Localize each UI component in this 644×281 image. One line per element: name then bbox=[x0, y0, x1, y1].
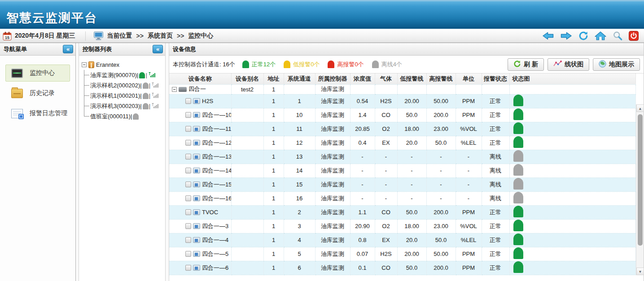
sidebar-menu: 监控中心 历史记录 报警日志管理 bbox=[0, 56, 75, 122]
cell-alias bbox=[231, 191, 263, 205]
scroll-up-button[interactable]: ▲ bbox=[636, 104, 644, 112]
column-header[interactable]: 气体 bbox=[375, 73, 397, 84]
row-checkbox[interactable] bbox=[185, 126, 191, 132]
tree-expander-icon[interactable] bbox=[82, 62, 87, 67]
sidebar-collapse-button[interactable]: « bbox=[63, 45, 73, 53]
tree-node-controller[interactable]: 演示样机2(000202)| | bbox=[82, 80, 164, 91]
map-view-button[interactable]: 地图展示 bbox=[593, 58, 640, 71]
breadcrumb-home[interactable]: 系统首页 bbox=[148, 32, 173, 40]
column-header[interactable]: 低报警线 bbox=[397, 73, 426, 84]
column-header[interactable]: 设备名称 bbox=[169, 73, 231, 84]
cell-alias bbox=[231, 205, 263, 219]
column-header[interactable]: 系统通道 bbox=[284, 73, 315, 84]
forward-button[interactable] bbox=[560, 31, 572, 41]
device-row[interactable]: 四合一—14 114油库监测-----离线 bbox=[169, 164, 636, 177]
row-checkbox[interactable] bbox=[185, 140, 191, 146]
home-button[interactable] bbox=[595, 31, 606, 41]
device-row[interactable]: 四合一—11 111油库监测20.85O218.0023.00%VOL正常 bbox=[169, 122, 636, 136]
line-chart-button[interactable]: 线状图 bbox=[548, 58, 589, 71]
row-checkbox[interactable] bbox=[185, 265, 191, 271]
tree-node-label: 演示样机2(000202)| bbox=[90, 82, 142, 90]
cell-alias bbox=[231, 94, 263, 108]
vertical-scrollbar[interactable]: ▲ ▼ bbox=[636, 104, 644, 275]
device-row[interactable]: 四合一—6 16油库监测0.1CO50.0200.0PPM正常 bbox=[169, 261, 636, 275]
column-header[interactable]: 所属控制器 bbox=[315, 73, 350, 84]
sidebar-item-alarm-log[interactable]: 报警日志管理 bbox=[5, 105, 70, 122]
controller-group-row[interactable]: 四合一 test2 1 油库监测 bbox=[169, 84, 636, 94]
row-checkbox[interactable] bbox=[185, 98, 191, 104]
sidebar-splitter[interactable] bbox=[76, 43, 79, 281]
row-checkbox[interactable] bbox=[185, 195, 191, 201]
refresh-page-button[interactable] bbox=[578, 31, 589, 41]
cell-state bbox=[509, 122, 636, 136]
device-row[interactable]: 四合一—12 112油库监测0.4EX20.050.0%LEL正常 bbox=[169, 136, 636, 150]
cell-high: 50.0 bbox=[426, 136, 456, 150]
tree-root-node[interactable]: Eranntex bbox=[82, 59, 164, 70]
row-checkbox[interactable] bbox=[185, 154, 191, 160]
channel-summary: 本控制器合计通道: 16个 正常12个 低报警0个 高报警0个 离线4个 bbox=[173, 61, 402, 69]
row-checkbox[interactable] bbox=[185, 168, 191, 173]
line-chart-icon bbox=[553, 61, 562, 69]
device-row[interactable]: H2S 11油库监测0.54H2S20.0050.00PPM正常 bbox=[169, 94, 636, 108]
row-checkbox[interactable] bbox=[185, 182, 191, 187]
cell-unit: - bbox=[456, 164, 482, 177]
cell-gas: EX bbox=[375, 136, 397, 150]
cell-unit: %LEL bbox=[456, 233, 482, 247]
row-checkbox[interactable] bbox=[185, 223, 191, 229]
back-button[interactable] bbox=[542, 31, 554, 41]
cell-status: 离线 bbox=[482, 150, 509, 164]
group-empty-cell bbox=[456, 84, 482, 94]
device-row[interactable]: TVOC 12油库监测1.1CO50.0200.0PPM正常 bbox=[169, 205, 636, 219]
column-header[interactable]: 报警状态 bbox=[482, 73, 509, 84]
device-table: 设备名称设备别名地址系统通道所属控制器浓度值气体低报警线高报警线单位报警状态状态… bbox=[169, 73, 636, 275]
column-header[interactable]: 设备别名 bbox=[231, 73, 263, 84]
state-dome-icon bbox=[513, 150, 523, 162]
column-header[interactable]: 单位 bbox=[456, 73, 482, 84]
group-expander-icon[interactable] bbox=[172, 87, 177, 92]
device-icon bbox=[193, 140, 200, 146]
device-row[interactable]: 四合一—5 15油库监测0.07H2S20.0050.00PPM正常 bbox=[169, 247, 636, 261]
device-row[interactable]: 四合一—3 13油库监测20.90O218.0023.00%VOL正常 bbox=[169, 219, 636, 233]
tree-branch-line bbox=[84, 111, 90, 121]
scroll-down-button[interactable]: ▼ bbox=[636, 268, 644, 275]
cell-low: - bbox=[397, 191, 426, 205]
device-row[interactable]: 四合一—13 113油库监测-----离线 bbox=[169, 150, 636, 164]
cell-address: 1 bbox=[263, 150, 284, 164]
device-row[interactable]: 四合一—16 116油库监测-----离线 bbox=[169, 191, 636, 205]
cell-gas: - bbox=[375, 150, 397, 164]
cell-unit: - bbox=[456, 177, 482, 191]
controller-tree-panel: 控制器列表 « Eranntex 油库监测(900070)| | 演示样机2(0… bbox=[79, 43, 166, 281]
column-header[interactable]: 状态图 bbox=[509, 73, 636, 84]
power-logout-button[interactable] bbox=[629, 31, 639, 41]
cell-value: 0.4 bbox=[350, 136, 375, 150]
row-checkbox[interactable] bbox=[185, 237, 191, 243]
normal-count-label: 正常12个 bbox=[252, 61, 276, 69]
device-row[interactable]: 四合一—4 14油库监测0.8EX20.050.0%LEL正常 bbox=[169, 233, 636, 247]
tree-collapse-button[interactable]: « bbox=[153, 45, 163, 53]
row-checkbox[interactable] bbox=[185, 251, 191, 257]
tree-node-controller[interactable]: 演示样机3(000203)| | bbox=[82, 101, 164, 111]
breadcrumb-current[interactable]: 监控中心 bbox=[188, 32, 213, 40]
column-header[interactable]: 地址 bbox=[263, 73, 284, 84]
sidebar-item-monitor-center[interactable]: 监控中心 bbox=[5, 65, 70, 82]
scrollbar-thumb[interactable] bbox=[638, 114, 643, 246]
column-header[interactable]: 浓度值 bbox=[350, 73, 375, 84]
sidebar-item-history[interactable]: 历史记录 bbox=[5, 85, 70, 102]
tree-splitter[interactable] bbox=[166, 43, 169, 281]
controller-tree: Eranntex 油库监测(900070)| | 演示样机2(000202)| … bbox=[79, 56, 165, 121]
row-checkbox[interactable] bbox=[185, 209, 191, 215]
column-header[interactable]: 高报警线 bbox=[426, 73, 456, 84]
row-checkbox[interactable] bbox=[185, 112, 191, 118]
cell-channel: 14 bbox=[284, 164, 315, 177]
tree-node-controller[interactable]: 值班室(000011)| bbox=[82, 111, 164, 121]
cell-channel: 11 bbox=[284, 122, 315, 136]
cell-address: 1 bbox=[263, 164, 284, 177]
device-row[interactable]: 四合一—15 115油库监测-----离线 bbox=[169, 177, 636, 191]
tree-node-controller[interactable]: 演示样机1(000201)| | bbox=[82, 91, 164, 101]
device-row[interactable]: 四合一—10 110油库监测1.4CO50.0200.0PPM正常 bbox=[169, 108, 636, 122]
search-button[interactable] bbox=[612, 31, 623, 41]
refresh-button[interactable]: 刷 新 bbox=[508, 58, 544, 71]
tree-node-controller[interactable]: 油库监测(900070)| | bbox=[82, 70, 164, 80]
cell-high: 50.00 bbox=[426, 247, 456, 261]
high-alarm-dome-icon bbox=[328, 61, 334, 68]
